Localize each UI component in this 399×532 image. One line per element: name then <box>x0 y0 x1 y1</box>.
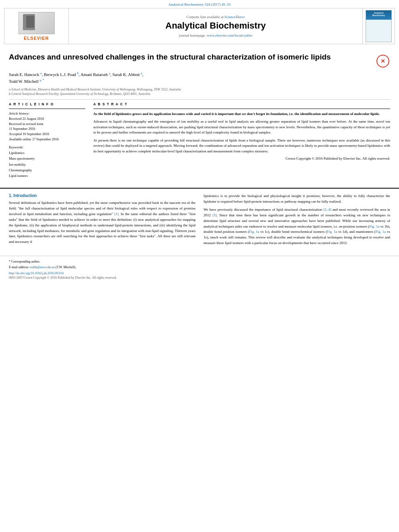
author-batarseh: Amani Batarseh a, <box>80 72 112 77</box>
article-info-label: A R T I C L E I N F O <box>9 102 85 106</box>
info-divider <box>9 109 85 109</box>
available-date: Available online 17 September 2016 <box>9 137 85 142</box>
author-abbott: Sarah K. Abbott a, <box>113 72 144 77</box>
intro-para3-text: We have previously discussed the importa… <box>204 207 390 245</box>
authors-line: Sarah E. Hancock a, Berwyck L.J. Poad b,… <box>9 71 390 85</box>
keywords-label: Keywords: <box>9 145 85 149</box>
header-center: Contents lists available at ScienceDirec… <box>69 8 362 44</box>
affiliations: a School of Medicine, Illawarra Health a… <box>9 87 390 96</box>
header-right-thumb: Analytical Biochemistry <box>362 8 395 44</box>
intro-para1-text: Several definitions of lipidomics have b… <box>9 201 195 244</box>
copyright-footer: 0003-2697/Crown Copyright © 2016 Publish… <box>9 276 390 279</box>
article-info-abstract: A R T I C L E I N F O Article history: R… <box>9 102 390 179</box>
abstract-bold-sentence: As the field of lipidomics grows and its… <box>93 112 380 116</box>
intro-heading: 1. Introduction <box>9 193 195 198</box>
keyword-chromatography: Chromatography <box>9 167 85 173</box>
crossmark-icon <box>376 55 389 68</box>
abstract-bold-para: As the field of lipidomics grows and its… <box>93 111 390 117</box>
abstract-para2: Advances in liquid chromatography and th… <box>93 119 390 136</box>
email-name: (T.W. Mitchell). <box>56 265 76 269</box>
intro-section-num: 1. <box>9 193 12 198</box>
abstract-divider <box>93 109 390 109</box>
doi-line[interactable]: http://dx.doi.org/10.1016/j.ab.2016.09.0… <box>9 271 390 275</box>
affiliation-a: a School of Medicine, Illawarra Health a… <box>9 87 390 92</box>
intro-para3: We have previously discussed the importa… <box>204 207 390 246</box>
journal-title-header: Analytical Biochemistry <box>165 21 265 31</box>
doi-url[interactable]: http://dx.doi.org/10.1016/j.ab.2016.09.0… <box>9 271 64 275</box>
affiliation-b: b Central Analytical Research Facility, … <box>9 92 390 96</box>
ref-1[interactable]: [1] <box>114 212 119 216</box>
journal-reference: Analytical Biochemistry 524 (2017) 45–55 <box>169 2 231 6</box>
keyword-mass-spec: Mass spectrometry <box>9 156 85 161</box>
journal-thumb-text: Analytical Biochemistry <box>372 12 385 16</box>
history-label: Article history: <box>9 111 85 115</box>
author-mitchell: Todd W. Mitchell a, * <box>9 79 44 84</box>
intro-para2: lipidomics is to provide the biological … <box>204 193 390 205</box>
fig-1a-1d[interactable]: Fig. 1a <box>327 230 337 234</box>
fig-1a-1b[interactable]: Fig. 1a <box>369 224 379 228</box>
accepted-date: Accepted 16 September 2016 <box>9 131 85 137</box>
keyword-ion-mobility: Ion mobility <box>9 162 85 167</box>
keywords-section: Keywords: Lipidomics Mass spectrometry I… <box>9 145 85 179</box>
ref-2-4[interactable]: [2–4] <box>323 207 331 212</box>
elsevier-logo: ELSEVIER <box>19 12 55 41</box>
email-line: E-mail address: toddn@uow.edu.au (T.W. M… <box>9 265 390 270</box>
abstract-text-2: Advances in liquid chromatography and th… <box>93 119 390 134</box>
fig-1a-1e[interactable]: Fig. 1a <box>376 230 386 234</box>
homepage-label: journal homepage: <box>179 33 206 37</box>
received-revised-label: Received in revised form <box>9 121 85 127</box>
body-section: 1. Introduction Several definitions of l… <box>0 189 399 253</box>
email-address[interactable]: toddn@uow.edu.au <box>30 265 55 269</box>
abstract-column: A B S T R A C T As the field of lipidomi… <box>93 102 390 179</box>
keyword-lipidomics: Lipidomics <box>9 150 85 156</box>
homepage-url[interactable]: www.elsevier.com/locate/yabio <box>207 33 252 37</box>
top-reference-bar: Analytical Biochemistry 524 (2017) 45–55 <box>0 0 399 8</box>
elsevier-graphic <box>19 12 55 34</box>
contents-line: Contents lists available at ScienceDirec… <box>187 15 245 19</box>
body-col-right: lipidomics is to provide the biological … <box>204 193 390 249</box>
sciencedirect-link[interactable]: ScienceDirect <box>224 15 245 19</box>
corresponding-label: * Corresponding author. <box>9 260 40 263</box>
ref-5[interactable]: [5] <box>212 213 217 217</box>
intro-para1: Several definitions of lipidomics have b… <box>9 200 195 245</box>
article-title: Advances and unresolved challenges in th… <box>9 52 376 62</box>
page-container: Analytical Biochemistry 524 (2017) 45–55… <box>0 0 399 282</box>
intro-para2-text: lipidomics is to provide the biological … <box>204 194 390 203</box>
elsevier-label: ELSEVIER <box>24 36 49 41</box>
abstract-copyright: Crown Copyright © 2016 Published by Else… <box>93 156 390 160</box>
contents-text: Contents lists available at <box>187 15 224 19</box>
crossmark-badge[interactable] <box>376 54 390 68</box>
abstract-text-3: At present there is no one technique cap… <box>93 138 390 153</box>
fig-1a-1c[interactable]: Fig. 1a <box>249 230 259 234</box>
header-divider <box>9 99 390 100</box>
keyword-lipid-isomers: Lipid isomers <box>9 173 85 179</box>
abstract-label: A B S T R A C T <box>93 102 390 106</box>
received-date: Received 22 August 2016 <box>9 116 85 121</box>
article-history: Article history: Received 22 August 2016… <box>9 111 85 142</box>
homepage-line: journal homepage: www.elsevier.com/locat… <box>179 33 252 37</box>
author-hancock: Sarah E. Hancock a, <box>9 72 44 77</box>
email-label: E-mail address: <box>9 265 29 269</box>
body-col-left: 1. Introduction Several definitions of l… <box>9 193 195 249</box>
journal-thumbnail: Analytical Biochemistry <box>366 10 392 42</box>
body-two-col: 1. Introduction Several definitions of l… <box>9 193 390 249</box>
footer-section: * Corresponding author. E-mail address: … <box>0 256 399 282</box>
corresponding-author: * Corresponding author. <box>9 259 390 264</box>
article-title-section: Advances and unresolved challenges in th… <box>9 48 390 71</box>
article-info-column: A R T I C L E I N F O Article history: R… <box>9 102 85 179</box>
journal-header: ELSEVIER Contents lists available at Sci… <box>4 8 395 44</box>
abstract-para3: At present there is no one technique cap… <box>93 138 390 154</box>
author-poad: Berwyck L.J. Poad b, <box>44 72 80 77</box>
header-left-logo: ELSEVIER <box>4 8 69 44</box>
intro-section-title: Introduction <box>13 193 37 198</box>
revised-date: 11 September 2016 <box>9 126 85 131</box>
main-content: Advances and unresolved challenges in th… <box>0 44 399 183</box>
